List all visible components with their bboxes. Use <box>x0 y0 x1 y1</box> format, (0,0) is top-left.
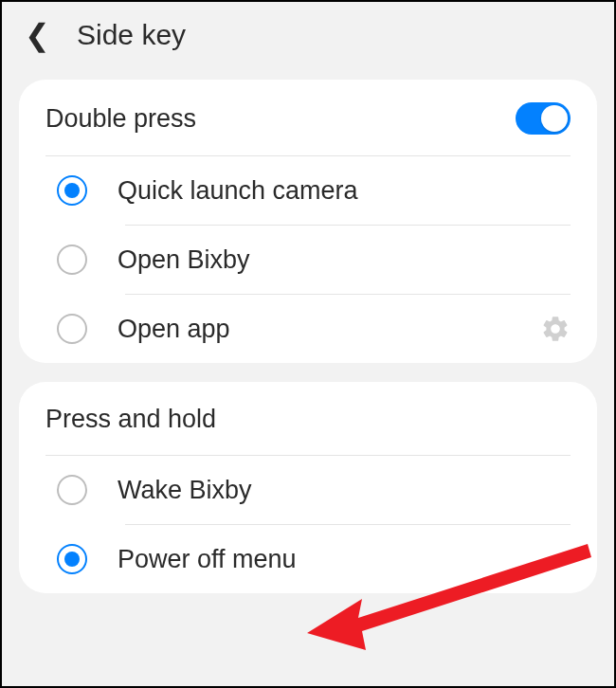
option-label: Quick launch camera <box>118 176 571 206</box>
radio-icon <box>57 244 87 275</box>
option-open-app[interactable]: Open app <box>19 295 597 363</box>
header: ❮ Side key <box>2 2 614 70</box>
option-quick-launch-camera[interactable]: Quick launch camera <box>19 156 597 225</box>
option-label: Power off menu <box>118 545 571 574</box>
radio-icon <box>57 175 87 206</box>
double-press-title: Double press <box>45 104 196 134</box>
press-and-hold-header: Press and hold <box>19 382 597 455</box>
radio-icon <box>57 314 87 344</box>
page-title: Side key <box>77 19 186 51</box>
radio-icon <box>57 544 87 574</box>
option-power-off-menu[interactable]: Power off menu <box>19 525 597 593</box>
option-open-bixby[interactable]: Open Bixby <box>19 226 597 294</box>
gear-icon[interactable] <box>540 314 571 344</box>
press-and-hold-title: Press and hold <box>45 405 216 433</box>
toggle-knob <box>541 105 568 132</box>
option-label: Wake Bixby <box>118 476 571 505</box>
double-press-toggle[interactable] <box>516 102 571 135</box>
double-press-header: Double press <box>19 80 597 155</box>
option-label: Open app <box>118 315 510 344</box>
double-press-section: Double press Quick launch camera Open Bi… <box>19 80 597 363</box>
back-icon[interactable]: ❮ <box>25 20 50 50</box>
radio-icon <box>57 475 87 505</box>
press-and-hold-section: Press and hold Wake Bixby Power off menu <box>19 382 597 593</box>
option-label: Open Bixby <box>118 245 571 275</box>
option-wake-bixby[interactable]: Wake Bixby <box>19 456 597 524</box>
